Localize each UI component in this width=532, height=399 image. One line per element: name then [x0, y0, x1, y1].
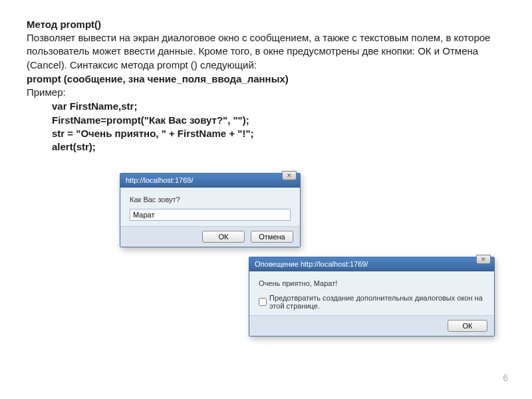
dialog-body: Как Вас зовут? [120, 188, 300, 226]
cancel-button[interactable]: Отмена [251, 231, 293, 243]
close-icon: ✕ [481, 257, 486, 263]
dialog-body: Очень приятно, Марат! Предотвратить созд… [249, 271, 494, 315]
section-heading: Метод prompt() [27, 19, 505, 30]
dialog-titlebar: http://localhost:1769/ ✕ [120, 174, 300, 188]
code-line-2: FirstName=prompt("Как Вас зовут?", ""); [27, 114, 505, 127]
prompt-input[interactable] [130, 209, 291, 221]
dialog-titlebar: Оповещение http://localhost:1769/ ✕ [249, 257, 494, 271]
prompt-dialog: http://localhost:1769/ ✕ Как Вас зовут? … [120, 173, 301, 247]
prevent-dialogs-row: Предотвратить создание дополнительных ди… [259, 294, 485, 310]
code-line-1: var FirstName,str; [27, 100, 505, 113]
example-label: Пример: [27, 86, 505, 99]
close-icon: ✕ [287, 173, 292, 179]
code-line-3: str = "Очень приятно, " + FirstName + "!… [27, 127, 505, 140]
ok-button[interactable]: ОК [448, 320, 487, 332]
dialog-title-text: Оповещение http://localhost:1769/ [255, 260, 368, 268]
prevent-dialogs-label: Предотвратить создание дополнительных ди… [269, 294, 485, 310]
prevent-dialogs-checkbox[interactable] [259, 298, 267, 306]
code-line-4: alert(str); [27, 140, 505, 154]
alert-dialog: Оповещение http://localhost:1769/ ✕ Очен… [249, 257, 495, 336]
ok-button[interactable]: ОК [202, 231, 245, 243]
close-button[interactable]: ✕ [282, 171, 297, 180]
prompt-message: Как Вас зовут? [130, 196, 291, 203]
alert-message: Очень приятно, Марат! [259, 279, 485, 287]
dialog-button-row: ОК [249, 315, 494, 336]
dialog-button-row: ОК Отмена [120, 226, 300, 247]
syntax-line: prompt (сообщение, зна чение_поля_ввода_… [27, 72, 505, 86]
page-number: 6 [503, 372, 508, 383]
dialog-title-text: http://localhost:1769/ [126, 176, 194, 184]
close-button[interactable]: ✕ [476, 255, 491, 264]
paragraph-intro: Позволяет вывести на экран диалоговое ок… [27, 31, 505, 72]
